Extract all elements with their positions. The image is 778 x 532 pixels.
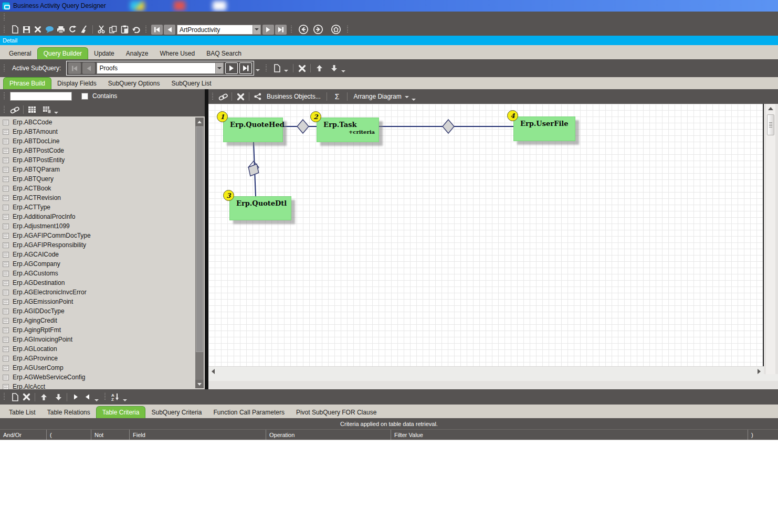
table-list-item[interactable]: Erp.AGUserComp — [0, 363, 205, 373]
column-header-open-paren[interactable]: ( — [46, 430, 91, 440]
scrollbar-thumb[interactable] — [196, 126, 203, 352]
back-icon[interactable] — [298, 24, 309, 35]
table-list-item[interactable]: Erp.AGEmissionPoint — [0, 297, 205, 306]
last-subquery-button[interactable] — [239, 62, 252, 74]
toolbar-grip[interactable] — [3, 65, 6, 72]
overflow-chevron-icon[interactable] — [341, 70, 345, 72]
tab-phrase-build[interactable]: Phrase Build — [3, 77, 51, 89]
print-icon[interactable] — [55, 24, 67, 35]
table-list-item[interactable]: Erp.AgingCredit — [0, 316, 205, 325]
diagram-vertical-scrollbar[interactable] — [766, 104, 775, 381]
indent-right-icon[interactable] — [70, 392, 81, 402]
table-list-item[interactable]: Erp.AGProvince — [0, 354, 205, 363]
subquery-combo[interactable]: Proofs — [97, 62, 224, 74]
save-icon[interactable] — [20, 24, 32, 35]
new-row-icon[interactable] — [9, 392, 20, 402]
column-header-field[interactable]: Field — [129, 430, 266, 440]
toolbar-grip[interactable] — [3, 14, 6, 22]
delete-row-icon[interactable] — [20, 392, 32, 402]
overflow-chevron-icon[interactable] — [412, 99, 416, 101]
toolbar-grip[interactable] — [3, 106, 6, 114]
undo-icon[interactable] — [130, 24, 142, 35]
table-list-item[interactable]: Erp.ABTDocLine — [0, 136, 205, 146]
tab-subquery-list[interactable]: SubQuery List — [165, 78, 217, 89]
delete-node-icon[interactable] — [235, 91, 246, 102]
new-subquery-icon[interactable] — [271, 63, 282, 73]
scroll-down-icon[interactable] — [195, 380, 204, 388]
relation-diamond-icon[interactable] — [443, 120, 454, 133]
table-grid-icon[interactable] — [26, 104, 38, 115]
table-list-scrollbar[interactable] — [195, 118, 204, 388]
tab-analyze[interactable]: Analyze — [120, 48, 154, 59]
toolbar-grip[interactable] — [104, 393, 107, 401]
move-down-icon[interactable] — [52, 392, 64, 402]
first-subquery-button[interactable] — [68, 62, 81, 74]
toolbar-grip[interactable] — [212, 93, 214, 101]
overflow-chevron-icon[interactable] — [123, 399, 127, 401]
table-list-item[interactable]: Erp.AGLocation — [0, 344, 205, 354]
table-list-item[interactable]: Erp.ABTQuery — [0, 174, 205, 184]
tab-update[interactable]: Update — [88, 48, 120, 59]
sigma-icon[interactable]: Σ — [330, 92, 345, 101]
tab-function-call-parameters[interactable]: Function Call Parameters — [208, 407, 290, 418]
tab-query-builder[interactable]: Query Builder — [37, 47, 88, 59]
delete-subquery-icon[interactable] — [296, 63, 308, 73]
diagram-horizontal-scrollbar[interactable] — [208, 366, 764, 374]
table-list-item[interactable]: Erp.ABCCode — [0, 118, 205, 127]
new-subquery-dropdown-icon[interactable] — [284, 70, 288, 72]
tab-table-list[interactable]: Table List — [3, 407, 41, 418]
relation-diamond-icon[interactable] — [245, 161, 262, 178]
table-list-item[interactable]: Erp.AGCAICode — [0, 250, 205, 259]
new-icon[interactable] — [9, 24, 20, 35]
criteria-grid-body[interactable] — [0, 440, 778, 532]
last-record-button[interactable] — [275, 25, 287, 35]
tab-pivot-subquery-for-clause[interactable]: Pivot SubQuery FOR Clause — [290, 407, 382, 418]
table-list-item[interactable]: Erp.ABTAmount — [0, 127, 205, 136]
diagram-node-erp-quotehed[interactable]: 1Erp.QuoteHed — [223, 118, 283, 142]
toolbar-grip[interactable] — [3, 393, 6, 401]
table-list-item[interactable]: Erp.AdditionalProcInfo — [0, 212, 205, 221]
table-list-item[interactable]: Erp.ACTType — [0, 203, 205, 212]
toolbar-grip[interactable] — [3, 92, 6, 100]
scrollbar-thumb[interactable] — [767, 114, 774, 135]
copy-icon[interactable] — [107, 24, 119, 35]
column-header-operation[interactable]: Operation — [266, 430, 391, 440]
toolbar-grip[interactable] — [265, 65, 268, 72]
tab-table-criteria[interactable]: Table Criteria — [96, 406, 146, 418]
previous-subquery-button[interactable] — [82, 62, 95, 74]
table-list-item[interactable]: Erp.ABTPostCode — [0, 146, 205, 155]
tab-where-used[interactable]: Where Used — [154, 48, 201, 59]
column-header-filtervalue[interactable]: Filter Value — [391, 430, 748, 440]
table-list-item[interactable]: Erp.AGCompany — [0, 259, 205, 269]
overflow-chevron-icon[interactable] — [54, 112, 58, 114]
move-up-icon[interactable] — [38, 392, 49, 402]
toolbar-grip[interactable] — [3, 26, 6, 34]
toolbar-grip[interactable] — [346, 26, 349, 34]
overflow-chevron-icon[interactable] — [94, 399, 99, 401]
cut-icon[interactable] — [96, 24, 107, 35]
table-list-item[interactable]: Erp.AGAFIPCommDocType — [0, 231, 205, 240]
table-list-item[interactable]: Erp.AGElectronicInvcError — [0, 288, 205, 297]
table-list-item[interactable]: Erp.AgingRptFmt — [0, 325, 205, 335]
link-table-icon[interactable] — [9, 104, 20, 115]
scroll-left-icon[interactable] — [212, 369, 215, 374]
refresh-icon[interactable] — [67, 24, 78, 35]
panel-splitter[interactable] — [205, 89, 208, 389]
next-subquery-button[interactable] — [225, 62, 238, 74]
contains-checkbox[interactable] — [81, 93, 88, 100]
table-list-item[interactable]: Erp.Adjustment1099 — [0, 221, 205, 231]
move-down-icon[interactable] — [328, 63, 340, 73]
scroll-right-icon[interactable] — [758, 369, 761, 374]
table-list-item[interactable]: Erp.ACTRevision — [0, 193, 205, 203]
clear-icon[interactable] — [32, 24, 44, 35]
tab-general[interactable]: General — [3, 48, 37, 59]
table-list-item[interactable]: Erp.AlcAcct — [0, 382, 205, 389]
table-search-input[interactable] — [10, 92, 72, 101]
table-list-item[interactable]: Erp.AGCustoms — [0, 269, 205, 278]
table-list-item[interactable]: Erp.AGDestination — [0, 278, 205, 288]
paste-icon[interactable] — [119, 24, 130, 35]
memo-icon[interactable] — [44, 24, 55, 35]
diagram-node-erp-userfile[interactable]: 4Erp.UserFile — [513, 116, 575, 141]
arrange-diagram-button[interactable]: Arrange Diagram — [350, 93, 404, 100]
column-header-andor[interactable]: And/Or — [0, 430, 46, 440]
